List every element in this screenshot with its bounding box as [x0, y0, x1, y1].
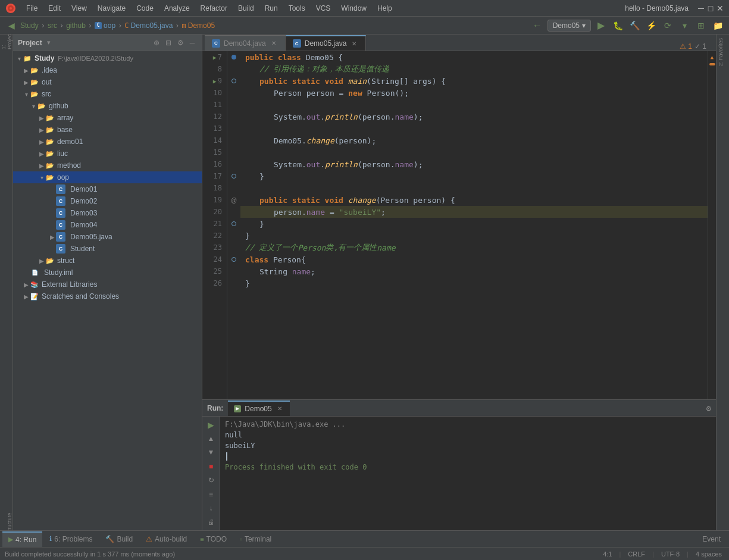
coverage-button[interactable]: ⚡ — [644, 19, 658, 32]
gutter-19-at: @ — [227, 194, 240, 206]
build-button[interactable]: 🔨 — [628, 19, 641, 32]
menu-analyze[interactable]: Analyze — [159, 3, 195, 14]
breadcrumb-study[interactable]: Study — [20, 21, 39, 30]
profile-button[interactable]: ⟳ — [661, 19, 674, 32]
tree-student[interactable]: ▶ C Student — [13, 243, 202, 255]
back-button[interactable]: ◀ — [5, 19, 18, 32]
tab-demo05[interactable]: C Demo05.java ✕ — [286, 35, 367, 51]
bottom-tab-event[interactable]: Event — [696, 531, 727, 547]
fold-marker-24[interactable] — [231, 257, 236, 262]
minimize-button[interactable]: ─ — [697, 4, 705, 12]
tree-demo05-java[interactable]: ▶ C Demo05.java — [13, 231, 202, 243]
root-folder-icon: 📁 — [23, 54, 32, 63]
run-wrap-button[interactable]: ≡ — [205, 489, 218, 500]
run-config-selector[interactable]: Demo05 ▾ — [547, 20, 591, 32]
breadcrumb-github[interactable]: github — [66, 21, 86, 30]
breadcrumb-src[interactable]: src — [48, 21, 57, 30]
run-print-button[interactable]: 🖨 — [205, 517, 218, 528]
tree-array[interactable]: ▶ 📂 array — [13, 112, 202, 124]
bottom-tab-todo[interactable]: ≡ TODO — [194, 531, 233, 547]
run-tab-demo05[interactable]: ▶ Demo05 ✕ — [228, 401, 289, 416]
tree-struct[interactable]: ▶ 📂 struct — [13, 255, 202, 267]
status-encoding[interactable]: UTF-8 — [659, 550, 682, 558]
structure-strip-label[interactable]: 7: Structure — [0, 512, 12, 530]
breadcrumb-demo05java[interactable]: oop — [104, 21, 115, 30]
menu-run[interactable]: Run — [260, 3, 283, 14]
tab-demo04[interactable]: C Demo04.java ✕ — [205, 35, 286, 51]
menu-file[interactable]: File — [21, 3, 42, 14]
fold-marker-9[interactable] — [231, 79, 236, 83]
fold-marker-7[interactable] — [231, 55, 236, 60]
bottom-tab-build[interactable]: 🔨 Build — [99, 531, 139, 547]
run-tab-close[interactable]: ✕ — [276, 405, 284, 413]
tree-oop[interactable]: ▾ 📂 oop — [13, 171, 202, 183]
settings-button[interactable]: ⚙ — [176, 38, 185, 48]
layout-button[interactable]: ⊞ — [694, 19, 708, 32]
tree-demo04[interactable]: ▶ C Demo04 — [13, 219, 202, 231]
toolbar-back[interactable]: ← — [531, 19, 544, 32]
collapse-all-button[interactable]: ⊟ — [164, 38, 173, 48]
menu-refactor[interactable]: Refactor — [196, 3, 232, 14]
menu-vcs[interactable]: VCS — [311, 3, 336, 14]
tree-base[interactable]: ▶ 📂 base — [13, 124, 202, 136]
tree-study-iml[interactable]: ▶ 📄 Study.iml — [13, 267, 202, 279]
tree-scratches[interactable]: ▶ 📝 Scratches and Consoles — [13, 290, 202, 302]
close-button[interactable]: ✕ — [716, 4, 724, 12]
bottom-tab-terminal[interactable]: ▫ Terminal — [234, 531, 277, 547]
run-button[interactable]: ▶ — [595, 19, 608, 32]
minimize-panel-button[interactable]: ─ — [187, 38, 197, 48]
run-stop-button[interactable]: ■ — [205, 461, 218, 472]
code-content[interactable]: public class Demo05 { // 引用传递：对象，本质还是值传递… — [240, 51, 708, 399]
tree-src[interactable]: ▾ 📂 src — [13, 88, 202, 100]
menu-code[interactable]: Code — [132, 3, 158, 14]
run-play-button[interactable]: ▶ — [205, 419, 218, 430]
fold-marker-17[interactable] — [231, 174, 236, 179]
demo03-java-icon: C — [56, 208, 65, 218]
debug-button[interactable]: 🐛 — [611, 19, 624, 32]
menu-tools[interactable]: Tools — [284, 3, 310, 14]
code-editor[interactable]: ▶7 8 ▶9 10 11 12 13 14 15 16 17 18 19 20… — [202, 51, 716, 399]
status-position[interactable]: 4:1 — [600, 550, 614, 558]
bottom-tab-problems[interactable]: ℹ 6: Problems — [43, 531, 98, 547]
bottom-tab-autobuild[interactable]: ⚠ Auto-build — [140, 531, 193, 547]
run-down-button[interactable]: ▼ — [205, 447, 218, 458]
project-strip-label[interactable]: 1: Project — [0, 35, 12, 52]
tab-demo04-close[interactable]: ✕ — [270, 39, 278, 48]
tree-demo01-folder[interactable]: ▶ 📂 demo01 — [13, 136, 202, 148]
menu-build[interactable]: Build — [233, 3, 259, 14]
breadcrumb-demo05[interactable]: Demo05.java — [131, 21, 173, 30]
tree-out[interactable]: ▶ 📂 out — [13, 76, 202, 88]
favorites-label[interactable]: 2: Favorites — [717, 35, 729, 70]
maximize-button[interactable]: □ — [706, 4, 715, 12]
tree-demo01[interactable]: ▶ C Demo01 — [13, 183, 202, 195]
tree-demo03[interactable]: ▶ C Demo03 — [13, 207, 202, 219]
status-indent[interactable]: 4 spaces — [693, 550, 724, 558]
locate-file-button[interactable]: ⊕ — [152, 38, 161, 48]
menu-view[interactable]: View — [67, 3, 92, 14]
menu-help[interactable]: Help — [373, 3, 397, 14]
run-settings-button[interactable]: ⚙ — [706, 403, 711, 413]
tree-liuc[interactable]: ▶ 📂 liuc — [13, 148, 202, 159]
run-scroll-button[interactable]: ↓ — [205, 502, 218, 514]
linenum-18: 18 — [202, 182, 227, 194]
tree-ext-libs[interactable]: ▶ 📚 External Libraries — [13, 279, 202, 290]
run-up-button[interactable]: ▲ — [205, 433, 218, 444]
tree-github[interactable]: ▾ 📂 github — [13, 100, 202, 112]
tree-method[interactable]: ▶ 📂 method — [13, 159, 202, 171]
project-dropdown-arrow[interactable]: ▾ — [47, 39, 51, 46]
more-button[interactable]: ▾ — [678, 19, 691, 32]
tree-idea[interactable]: ▶ 📂 .idea — [13, 64, 202, 76]
tree-demo02[interactable]: ▶ C Demo02 — [13, 195, 202, 207]
menu-edit[interactable]: Edit — [43, 3, 65, 14]
tree-root[interactable]: ▾ 📁 Study F:\java\IDEA2020.2\Study — [13, 52, 202, 64]
bottom-tab-run[interactable]: ▶ 4: Run — [2, 531, 42, 547]
menu-window[interactable]: Window — [336, 3, 371, 14]
git-button[interactable]: 📁 — [711, 19, 724, 32]
breadcrumb-change[interactable]: Demo05 — [188, 21, 215, 30]
tab-demo05-close[interactable]: ✕ — [350, 39, 358, 48]
fold-marker-21[interactable] — [231, 221, 236, 226]
github-label: github — [49, 102, 68, 110]
status-line-sep[interactable]: CRLF — [625, 550, 647, 558]
run-rerun-button[interactable]: ↻ — [205, 475, 218, 486]
menu-navigate[interactable]: Navigate — [93, 3, 130, 14]
